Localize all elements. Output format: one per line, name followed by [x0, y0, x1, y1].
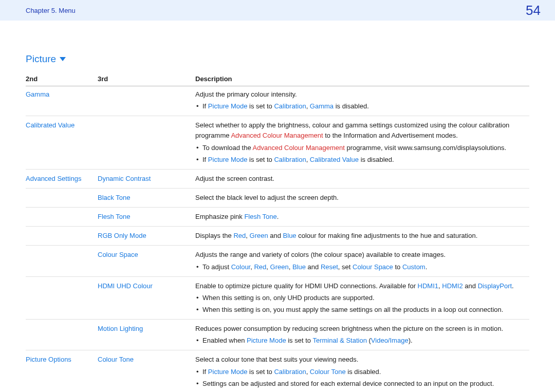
row-colour-space: Colour Space Adjusts the range and varie…	[26, 246, 529, 276]
cspace-bullet-1: To adjust Colour, Red, Green, Blue and R…	[195, 262, 524, 272]
row-dynamic-contrast: Advanced Settings Dynamic Contrast Adjus…	[26, 169, 529, 188]
cell-3rd-cspace: Colour Space	[98, 246, 195, 276]
col-header-desc: Description	[195, 72, 529, 86]
calibrated-bullet-2: If Picture Mode is set to Calibration, C…	[195, 155, 524, 165]
cell-desc-flesh: Emphasize pink Flesh Tone.	[195, 208, 529, 227]
section-title: Picture	[26, 53, 529, 65]
cell-desc-black: Select the black level to adjust the scr…	[195, 188, 529, 207]
row-motion-lighting: Motion Lighting Reduces power consumptio…	[26, 320, 529, 350]
page-number: 54	[526, 3, 541, 18]
col-header-3rd: 3rd	[98, 72, 195, 86]
cell-3rd-black: Black Tone	[98, 188, 195, 207]
cell-3rd-rgb: RGB Only Mode	[98, 227, 195, 246]
cell-2nd-picture-options: Picture Options	[26, 350, 98, 392]
row-colour-tone: Picture Options Colour Tone Select a col…	[26, 350, 529, 392]
cell-desc-hdmi: Enable to optimize picture quality for H…	[195, 276, 529, 319]
row-calibrated: Calibrated Value Select whether to apply…	[26, 116, 529, 170]
ctone-bullet-2: Settings can be adjusted and stored for …	[195, 379, 524, 389]
cell-desc-rgb: Displays the Red, Green and Blue colour …	[195, 227, 529, 246]
row-hdmi-uhd: HDMI UHD Colour Enable to optimize pictu…	[26, 276, 529, 319]
cell-3rd-gamma	[98, 86, 195, 116]
row-flesh-tone: Flesh Tone Emphasize pink Flesh Tone.	[26, 208, 529, 227]
ctone-bullet-1: If Picture Mode is set to Calibration, C…	[195, 367, 524, 377]
motion-bullet-1: Enabled when Picture Mode is set to Term…	[195, 335, 524, 346]
cell-desc-ctone: Select a colour tone that best suits you…	[195, 350, 529, 392]
hdmi-bullet-1: When this setting is on, only UHD produc…	[195, 293, 524, 303]
cell-3rd-hdmi: HDMI UHD Colour	[98, 276, 195, 319]
cell-3rd-dynamic: Dynamic Contrast	[98, 169, 195, 188]
menu-table: 2nd 3rd Description Gamma Adjust the pri…	[26, 72, 529, 392]
cell-2nd-gamma: Gamma	[26, 86, 98, 116]
cell-3rd-motion: Motion Lighting	[98, 320, 195, 350]
row-rgb-only: RGB Only Mode Displays the Red, Green an…	[26, 227, 529, 246]
col-header-2nd: 2nd	[26, 72, 98, 86]
cell-3rd-flesh: Flesh Tone	[98, 208, 195, 227]
cell-3rd-ctone: Colour Tone	[98, 350, 195, 392]
cell-desc-cspace: Adjusts the range and variety of colors …	[195, 246, 529, 276]
calibrated-bullet-1: To download the Advanced Colour Manageme…	[195, 143, 524, 153]
cell-desc-gamma: Adjust the primary colour intensity. If …	[195, 86, 529, 116]
row-gamma: Gamma Adjust the primary colour intensit…	[26, 86, 529, 116]
section-title-text: Picture	[26, 53, 56, 64]
page-content: Picture 2nd 3rd Description Gamma Adjust…	[0, 21, 555, 392]
cell-2nd-calibrated: Calibrated Value	[26, 116, 98, 170]
gamma-bullet-1: If Picture Mode is set to Calibration, G…	[195, 101, 524, 111]
gamma-desc: Adjust the primary colour intensity.	[195, 89, 524, 100]
cell-desc-motion: Reduces power consumption by reducing sc…	[195, 320, 529, 350]
page-header: Chapter 5. Menu 54	[0, 0, 555, 21]
calibrated-desc: Select whether to apply the brightness, …	[195, 120, 524, 141]
caret-down-icon	[60, 57, 66, 61]
cell-desc-calibrated: Select whether to apply the brightness, …	[195, 116, 529, 170]
chapter-breadcrumb: Chapter 5. Menu	[26, 7, 76, 14]
cell-desc-dynamic: Adjust the screen contrast.	[195, 169, 529, 188]
row-black-tone: Black Tone Select the black level to adj…	[26, 188, 529, 207]
cell-2nd-advanced: Advanced Settings	[26, 169, 98, 188]
hdmi-bullet-2: When this setting is on, you must apply …	[195, 305, 524, 315]
cell-3rd-calibrated	[98, 116, 195, 170]
